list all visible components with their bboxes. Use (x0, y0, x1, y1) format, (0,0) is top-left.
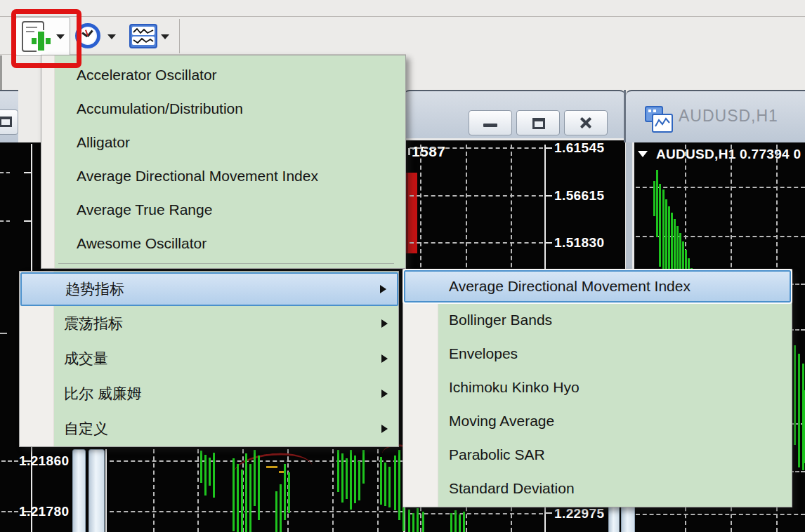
submenu-item[interactable]: Moving Average (403, 404, 792, 438)
right-chart-header-text: AUDUSD,H1 0.77394 0 (656, 147, 801, 162)
grid-dash (410, 513, 543, 514)
restore-icon (0, 117, 12, 127)
restore-icon (532, 118, 545, 129)
candlestick (463, 512, 465, 532)
menu-item[interactable]: Accumulation/Distribution (54, 92, 402, 126)
candlestick (254, 450, 256, 506)
category-menu-item[interactable]: 成交量 (20, 341, 398, 376)
menu-item-label: 自定义 (64, 419, 108, 439)
corner-tick (408, 148, 410, 155)
category-menu-item[interactable]: 比尔 威廉姆 (20, 376, 398, 411)
minimize-button[interactable] (469, 110, 512, 135)
candlestick (213, 453, 215, 498)
candlestick (209, 458, 211, 486)
menu-item-label: 震荡指标 (64, 314, 123, 333)
menu-item-label: 比尔 威廉姆 (64, 384, 142, 404)
left-window-restore-button[interactable] (0, 109, 18, 135)
axis-tick (546, 147, 552, 149)
periods-dropdown-arrow[interactable] (107, 34, 116, 39)
right-window-title: AUDUSD,H1 (679, 107, 778, 126)
grid-dash (410, 147, 543, 149)
menu-item[interactable]: Average Directional Movement Index (54, 159, 402, 193)
candlestick (241, 470, 243, 532)
menu-item-label: 成交量 (64, 349, 108, 368)
menu-item[interactable]: Average True Range (54, 193, 402, 227)
grid-dash (636, 236, 805, 237)
candlestick (422, 512, 424, 532)
menu-item[interactable]: Alligator (54, 126, 402, 159)
candlestick (204, 455, 207, 496)
menu-item[interactable]: Accelerator Oscillator (54, 58, 402, 92)
candlestick (394, 455, 396, 510)
submenu-item[interactable]: Bollinger Bands (403, 303, 792, 337)
submenu-item[interactable]: Parabolic SAR (403, 438, 792, 472)
candlestick (358, 461, 360, 500)
submenu-arrow-icon (381, 425, 388, 433)
candlestick (200, 451, 202, 483)
category-menu-item[interactable]: 趋势指标 (20, 272, 398, 306)
submenu-item[interactable]: Standard Deviation (403, 472, 792, 505)
right-window-titlebar[interactable]: AUDUSD,H1 (626, 90, 805, 144)
price-label: 1.51830 (554, 235, 604, 251)
menu-gutter (41, 55, 55, 268)
menu-item-label: Alligator (77, 134, 130, 151)
indicator-categories-menu: 趋势指标震荡指标成交量比尔 威廉姆自定义 (19, 271, 399, 447)
candlestick (288, 472, 290, 513)
candlestick (398, 450, 400, 520)
menu-separator (58, 263, 394, 264)
symbol-dropdown-arrow-icon (638, 151, 648, 157)
menu-item-label: Bollinger Bands (449, 312, 552, 328)
candlestick (233, 458, 235, 531)
right-chart-header: AUDUSD,H1 0.77394 0 (638, 145, 805, 164)
indicators-menu: Accelerator OscillatorAccumulation/Distr… (41, 55, 406, 269)
menu-item-label: Awesome Oscillator (77, 235, 207, 252)
trend-indicators-submenu: Average Directional Movement IndexBollin… (402, 269, 792, 507)
candlestick (362, 450, 365, 484)
templates-dropdown-arrow[interactable] (161, 34, 169, 39)
candlestick (275, 491, 277, 532)
price-label: 1.22975 (554, 506, 604, 521)
candlestick (659, 184, 661, 267)
grid-dash (636, 514, 805, 515)
candlestick (450, 513, 452, 532)
menu-item-label: Average Directional Movement Index (77, 168, 318, 185)
restore-button[interactable] (516, 110, 560, 135)
submenu-item[interactable]: Average Directional Movement Index (404, 270, 791, 302)
submenu-item[interactable]: Envelopes (403, 337, 792, 371)
axis-tick (546, 195, 552, 197)
price-label: 1.56615 (554, 188, 604, 204)
menu-item-label: Average True Range (77, 201, 212, 218)
menu-item[interactable]: Awesome Oscillator (54, 227, 402, 260)
mt4-workspace: 1587 AUDUSD,H1 AUDUSD,H1 0.77394 0 (0, 0, 805, 532)
close-button[interactable] (564, 110, 608, 135)
submenu-arrow-icon (381, 319, 388, 328)
submenu-arrow-icon (381, 390, 388, 398)
grid-dash (410, 195, 543, 197)
left-window-edge (0, 55, 2, 90)
candlestick (653, 181, 655, 216)
category-menu-item[interactable]: 震荡指标 (20, 306, 398, 341)
candlestick (798, 354, 800, 467)
menu-item-label: Accumulation/Distribution (77, 100, 243, 117)
submenu-item[interactable]: Ichimoku Kinko Hyo (403, 371, 792, 404)
candlestick (454, 510, 457, 532)
axis-tick (24, 172, 31, 173)
chart-template-icon (129, 24, 157, 48)
category-menu-item[interactable]: 自定义 (20, 411, 398, 446)
window-border-glass (72, 449, 86, 532)
grid-dash (1, 511, 18, 512)
candlestick (417, 508, 419, 532)
menu-item-label: Ichimoku Kinko Hyo (449, 379, 580, 396)
indicator-segment (266, 466, 277, 468)
menu-item-label: 趋势指标 (65, 279, 124, 299)
window-border-glass (89, 449, 105, 532)
price-label: 1.21860 (19, 453, 69, 469)
menu-item-label: Envelopes (449, 345, 518, 362)
grid-dash (0, 172, 10, 173)
templates-button[interactable] (129, 22, 173, 49)
candlestick (350, 450, 352, 510)
candlestick (408, 510, 410, 532)
candlestick (245, 453, 247, 532)
menu-item-label: Accelerator Oscillator (77, 67, 217, 84)
candlestick (280, 484, 282, 532)
